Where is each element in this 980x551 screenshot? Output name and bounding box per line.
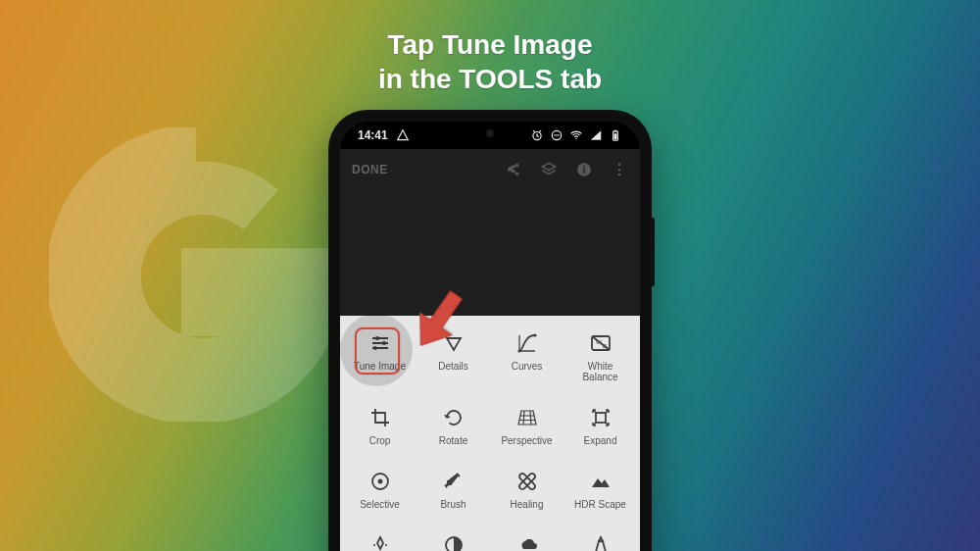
- selective-icon: [368, 470, 392, 493]
- tool-label: Expand: [584, 435, 617, 446]
- dnd-icon: [550, 128, 564, 142]
- status-time: 14:41: [358, 128, 388, 142]
- glamour-icon: [368, 533, 392, 551]
- layers-icon[interactable]: [540, 161, 558, 178]
- tool-label: Details: [438, 361, 468, 372]
- expand-icon: [589, 406, 612, 429]
- brush-icon: [442, 470, 466, 493]
- status-triangle-icon: [396, 128, 410, 142]
- done-button[interactable]: DONE: [352, 163, 388, 176]
- tool-label: White Balance: [582, 361, 617, 382]
- tools-grid: Tune Image Details Curves: [344, 326, 636, 551]
- tool-label: Tune Image: [354, 361, 406, 372]
- tool-label: Crop: [369, 435, 391, 446]
- tool-vintage[interactable]: [564, 527, 636, 551]
- tool-brush[interactable]: Brush: [417, 464, 489, 512]
- svg-point-17: [373, 346, 377, 350]
- svg-point-13: [618, 169, 621, 172]
- app-top-bar: DONE: [340, 149, 640, 316]
- tonal-icon: [442, 533, 466, 551]
- crop-icon: [368, 406, 392, 429]
- svg-rect-10: [583, 169, 585, 174]
- tool-label: Perspective: [501, 435, 552, 446]
- svg-point-12: [618, 163, 621, 166]
- tool-details[interactable]: Details: [417, 326, 489, 384]
- svg-point-6: [515, 164, 518, 167]
- battery-icon: [609, 128, 622, 142]
- svg-point-8: [508, 168, 511, 171]
- instruction-slide: Tap Tune Image in the TOOLS tab 14:41: [0, 0, 980, 551]
- svg-point-31: [529, 480, 531, 482]
- triangle-down-icon: [442, 331, 466, 355]
- svg-rect-4: [614, 130, 616, 131]
- tool-tune-image[interactable]: Tune Image: [344, 326, 416, 384]
- svg-rect-23: [596, 413, 606, 423]
- svg-point-29: [526, 483, 528, 485]
- tool-hdr-scape[interactable]: HDR Scape: [564, 464, 636, 512]
- tool-label: Curves: [512, 361, 543, 372]
- tool-label: HDR Scape: [574, 499, 626, 510]
- tool-glamour-glow[interactable]: [344, 527, 416, 551]
- svg-point-7: [515, 173, 518, 175]
- info-icon[interactable]: [575, 161, 593, 178]
- svg-text:B: B: [603, 343, 607, 349]
- svg-point-2: [575, 138, 576, 139]
- share-icon[interactable]: [505, 161, 522, 178]
- wifi-icon: [569, 128, 583, 142]
- tool-perspective[interactable]: Perspective: [491, 400, 563, 448]
- headline-line-1: Tap Tune Image: [0, 27, 980, 62]
- tool-tonal-contrast[interactable]: [417, 527, 489, 551]
- headline: Tap Tune Image in the TOOLS tab: [0, 27, 980, 96]
- signal-icon: [589, 128, 603, 142]
- headline-line-2: in the TOOLS tab: [0, 62, 980, 96]
- tool-curves[interactable]: Curves: [491, 326, 563, 384]
- wb-icon: WB: [589, 331, 612, 355]
- curves-icon: [515, 331, 539, 355]
- svg-point-15: [375, 336, 379, 340]
- perspective-icon: [515, 406, 539, 429]
- vintage-icon: [589, 533, 612, 551]
- google-g-watermark: [49, 127, 343, 422]
- phone-frame: 14:41: [328, 110, 652, 551]
- svg-text:W: W: [596, 339, 602, 345]
- tool-label: Healing: [511, 499, 544, 510]
- alarm-icon: [530, 128, 544, 142]
- tool-drama[interactable]: [491, 527, 563, 551]
- tool-label: Brush: [440, 499, 466, 510]
- more-icon[interactable]: [611, 161, 628, 178]
- svg-point-30: [523, 480, 525, 482]
- sliders-icon: [368, 331, 392, 355]
- tool-healing[interactable]: Healing: [491, 464, 563, 512]
- drama-icon: [515, 533, 539, 551]
- tool-expand[interactable]: Expand: [564, 400, 636, 448]
- tool-white-balance[interactable]: WB White Balance: [564, 326, 636, 384]
- svg-point-11: [583, 166, 585, 168]
- tool-label: Rotate: [439, 435, 467, 446]
- svg-point-14: [618, 174, 621, 176]
- healing-icon: [515, 470, 539, 493]
- hdr-icon: [589, 470, 612, 493]
- svg-rect-5: [614, 133, 617, 139]
- svg-point-28: [526, 477, 528, 479]
- phone-screen: 14:41: [340, 122, 640, 551]
- svg-point-16: [382, 341, 386, 345]
- svg-point-25: [377, 479, 382, 484]
- tool-selective[interactable]: Selective: [344, 464, 416, 512]
- tool-crop[interactable]: Crop: [344, 400, 416, 448]
- tools-panel: Tune Image Details Curves: [340, 316, 640, 551]
- svg-point-19: [533, 333, 536, 336]
- tool-rotate[interactable]: Rotate: [417, 400, 489, 448]
- rotate-icon: [442, 406, 466, 429]
- tool-label: Selective: [360, 499, 400, 510]
